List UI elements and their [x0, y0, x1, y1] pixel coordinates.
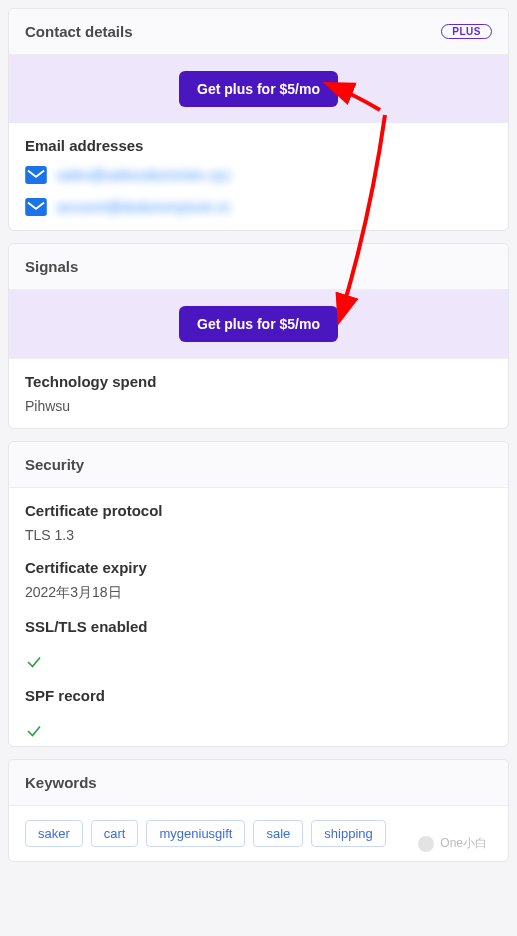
tech-spend-value: Pihwsu [25, 398, 492, 414]
mail-icon [25, 198, 47, 216]
cert-protocol-label: Certificate protocol [25, 502, 492, 519]
spf-field: SPF record [9, 677, 508, 746]
security-card: Security Certificate protocol TLS 1.3 Ce… [8, 441, 509, 747]
cert-expiry-value: 2022年3月18日 [25, 584, 492, 602]
svg-rect-0 [25, 166, 47, 184]
security-title: Security [25, 456, 84, 473]
tech-spend-field: Technology spend Pihwsu [9, 358, 508, 428]
cert-protocol-value: TLS 1.3 [25, 527, 492, 543]
mail-icon [25, 166, 47, 184]
email-addresses-section: Email addresses sales@salesodummies.xyz … [9, 123, 508, 230]
signals-title: Signals [25, 258, 78, 275]
keyword-tag[interactable]: saker [25, 820, 83, 847]
tech-spend-label: Technology spend [25, 373, 492, 390]
watermark: One小白 [418, 835, 487, 852]
get-plus-button[interactable]: Get plus for $5/mo [179, 71, 338, 107]
keyword-tag[interactable]: cart [91, 820, 139, 847]
svg-rect-1 [25, 198, 47, 216]
ssl-label: SSL/TLS enabled [25, 618, 492, 635]
get-plus-button[interactable]: Get plus for $5/mo [179, 306, 338, 342]
keyword-tag[interactable]: shipping [311, 820, 385, 847]
email-row: sales@salesodummies.xyz [25, 166, 492, 184]
check-icon [25, 722, 43, 740]
ssl-field: SSL/TLS enabled [9, 608, 508, 677]
keywords-header: Keywords [9, 760, 508, 806]
contact-details-header: Contact details PLUS [9, 9, 508, 55]
watermark-text: One小白 [440, 835, 487, 852]
keywords-tags-container: saker cart mygeniusgift sale shipping [9, 806, 508, 861]
email-addresses-title: Email addresses [25, 137, 492, 154]
email-value-blurred[interactable]: sales@salesodummies.xyz [57, 167, 231, 183]
cert-protocol-field: Certificate protocol TLS 1.3 [9, 488, 508, 549]
signals-card: Signals Get plus for $5/mo Technology sp… [8, 243, 509, 429]
email-row: account@dudummytoxic.io [25, 198, 492, 216]
security-header: Security [9, 442, 508, 488]
contact-cta-band: Get plus for $5/mo [9, 55, 508, 123]
plus-badge: PLUS [441, 24, 492, 39]
check-icon [25, 653, 43, 671]
contact-details-title: Contact details [25, 23, 133, 40]
keywords-title: Keywords [25, 774, 97, 791]
keyword-tag[interactable]: sale [253, 820, 303, 847]
signals-cta-band: Get plus for $5/mo [9, 290, 508, 358]
email-value-blurred[interactable]: account@dudummytoxic.io [57, 199, 230, 215]
watermark-icon [418, 836, 434, 852]
cert-expiry-field: Certificate expiry 2022年3月18日 [9, 549, 508, 608]
cert-expiry-label: Certificate expiry [25, 559, 492, 576]
signals-header: Signals [9, 244, 508, 290]
spf-label: SPF record [25, 687, 492, 704]
keyword-tag[interactable]: mygeniusgift [146, 820, 245, 847]
contact-details-card: Contact details PLUS Get plus for $5/mo … [8, 8, 509, 231]
